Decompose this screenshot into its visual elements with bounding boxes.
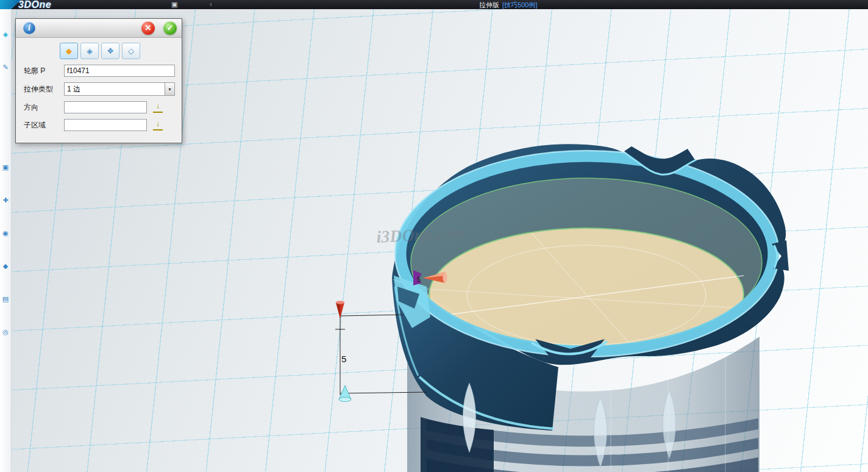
dialog-body: ◆ ◈ ❖ ◇ 轮廓 P 拉伸类型 1 边 ▾ 方向 ↓ 子区域 ↓ [16,38,182,143]
confirm-button[interactable]: ✓ [163,21,177,35]
profile-field-row: 轮廓 P [16,65,182,77]
extrude-type-select[interactable]: 1 边 ▾ [64,82,175,96]
sidebar-revolve-tool-icon[interactable]: ◉ [1,229,10,237]
dialog-header[interactable]: i ✕ ✓ [16,19,182,38]
direction-label: 方向 [16,102,64,113]
direction-field-row: 方向 ↓ [16,101,182,113]
document-title-doc: [技巧500例] [502,1,537,9]
logo-swoosh-icon [0,0,21,9]
boolean-mode-row: ◆ ◈ ❖ ◇ [16,43,182,59]
profile-input[interactable] [64,65,175,77]
direction-pick-arrow-icon[interactable]: ↓ [153,102,163,113]
dimension-value-label: 5 [341,354,346,364]
profile-label: 轮廓 P [16,66,64,76]
document-title-text: 拉伸版 [479,1,499,9]
subregion-field-row: 子区域 ↓ [16,119,182,131]
sidebar-add-tool-icon[interactable]: ✚ [1,196,10,204]
sidebar-orbit-tool-icon[interactable]: ◎ [1,327,10,336]
subregion-label: 子区域 [16,120,64,131]
sidebar-sketch-tool-icon[interactable]: ✎ [1,63,10,71]
sidebar-list-tool-icon[interactable]: ▤ [1,295,10,303]
mode-subtract-button[interactable]: ❖ [101,43,119,59]
extrude-type-value: 1 边 [65,84,165,95]
chevron-down-icon[interactable]: ▾ [165,83,174,95]
subregion-pick-arrow-icon[interactable]: ↓ [153,120,163,131]
mode-base-button[interactable]: ◆ [60,43,78,59]
sidebar-extrude-tool-icon[interactable]: ◆ [1,262,10,270]
mode-intersect-button[interactable]: ◇ [122,43,140,59]
info-icon[interactable]: i [23,22,35,34]
collapse-icon[interactable]: ‹ [210,0,212,9]
cancel-button[interactable]: ✕ [141,21,155,35]
direction-input[interactable] [64,101,147,113]
extrude-type-field-row: 拉伸类型 1 边 ▾ [16,82,182,96]
subregion-input[interactable] [64,119,147,131]
sidebar-select-tool-icon[interactable]: ◈ [1,30,10,38]
edge-dimension-label: 5 [417,276,421,283]
app-logo: 3DOne [18,0,51,9]
extrude-type-label: 拉伸类型 [16,84,64,95]
mode-add-button[interactable]: ◈ [80,43,99,59]
left-toolbar: ◈ ✎ ▣ ✚ ◉ ◆ ▤ ◎ [0,9,12,472]
topbar: 3DOne ▣ ‹ 拉伸版[技巧500例] [0,0,868,9]
extrude-dialog: i ✕ ✓ ◆ ◈ ❖ ◇ 轮廓 P 拉伸类型 1 边 ▾ 方向 ↓ 子区域 [15,18,182,143]
document-title: 拉伸版[技巧500例] [479,1,537,9]
window-icon[interactable]: ▣ [171,0,177,9]
sidebar-solid-tool-icon[interactable]: ▣ [1,163,10,171]
